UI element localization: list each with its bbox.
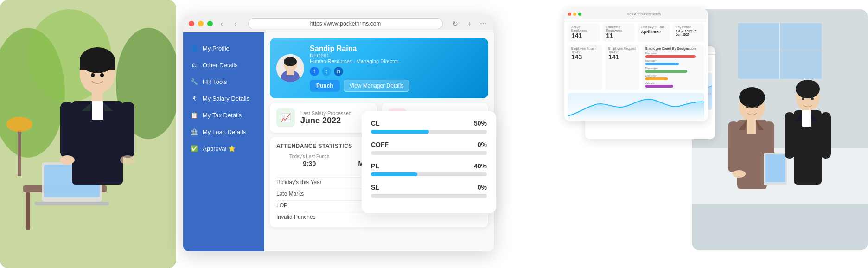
dash-label-payroll: Last Payroll Run [641,26,666,29]
approval-icon: ✅ [191,145,198,152]
leave-pct-coff: 0% [478,141,487,148]
sidebar-item-other[interactable]: 🗂 Other Details [183,57,264,73]
svg-rect-54 [821,112,831,159]
browser-back-btn[interactable]: ‹ [217,19,227,29]
browser-maximize-btn[interactable] [207,21,213,26]
sidebar-item-approval[interactable]: ✅ Approval ⭐ [183,140,264,157]
leave-bar-bg-cl [371,130,487,134]
svg-point-58 [811,97,814,100]
svg-rect-17 [60,102,74,158]
browser-titlebar: ‹ › https://www.pockethrms.com ↻ + ⋯ [183,15,494,32]
dash-stat-request: Employee Request Today 141 [605,45,639,90]
sidebar-label-loan: My Loan Details [203,128,246,135]
salary-icon: ₹ [191,95,198,102]
svg-rect-11 [80,60,115,70]
dash-value-franchise: 11 [606,32,632,39]
svg-point-21 [91,73,95,77]
dash-stat-payroll: Last Payroll Run April 2022 [638,23,670,42]
sidebar-item-loan[interactable]: 🏦 My Loan Details [183,123,264,140]
svg-rect-8 [35,202,109,205]
dash-dot-red [568,13,571,16]
svg-rect-12 [92,92,103,102]
browser-forward-btn[interactable]: › [230,19,241,29]
leave-bar-bg-coff [371,151,487,155]
att-list-invalid: Invalid Punches [276,212,482,222]
sidebar-item-profile[interactable]: 👤 My Profile [183,40,264,57]
svg-point-24 [6,117,32,132]
svg-rect-53 [785,112,795,159]
leave-header-sl: SL 0% [371,184,487,191]
salary-stat-icon: 📈 [276,108,295,127]
browser-url-bar[interactable]: https://www.pockethrms.com [248,18,443,29]
svg-point-56 [755,105,758,108]
sidebar-item-tax[interactable]: 📋 My Tax Details [183,107,264,123]
browser-minimize-btn[interactable] [198,21,204,26]
twitter-icon[interactable]: t [322,67,331,76]
leave-item-pl: PL 40% [371,162,487,176]
leave-pct-pl: 40% [474,162,487,170]
leave-item-coff: COFF 0% [371,141,487,155]
salary-stat-label: Last Salary Processed [300,110,351,116]
svg-point-57 [802,97,804,100]
tools-icon: 🔧 [191,78,198,85]
sidebar-label-hrtools: HR Tools [203,78,227,85]
svg-rect-39 [747,120,756,134]
linkedin-icon[interactable]: in [334,67,343,76]
svg-point-48 [796,80,820,98]
profile-name: Sandip Raina [310,45,482,53]
dash-designation-bars: Recruiter Manager Developer Designer [645,52,701,88]
sidebar-label-profile: My Profile [203,45,230,52]
svg-point-20 [120,155,135,165]
facebook-icon[interactable]: f [310,67,319,76]
leave-bar-fill-cl [371,130,429,134]
dash-stat-absent: Employee Absent Today 143 [568,45,602,90]
browser-refresh-btn[interactable]: ↻ [450,19,460,29]
avatar [276,54,304,82]
dash-bar-row-2: Manager [645,59,701,65]
svg-point-44 [733,170,746,178]
dash-title-text: Key Announcements [627,12,661,16]
dash-stat-row-2: Employee Absent Today 143 Employee Reque… [568,45,704,90]
dash-hbar-1 [645,55,696,58]
browser-menu-btn[interactable]: ⋯ [478,19,488,29]
svg-point-19 [60,155,75,165]
loan-icon: 🏦 [191,128,198,135]
svg-rect-14 [92,101,103,120]
dash-label-active: Active Employees [571,26,597,32]
svg-rect-46 [765,154,785,182]
profile-reg: REG001 [310,53,482,58]
view-manager-button[interactable]: View Manager Details [344,80,410,92]
browser-url-text: https://www.pockethrms.com [310,20,381,27]
browser-close-btn[interactable] [189,21,194,26]
sidebar-label-approval: Approval ⭐ [203,145,236,152]
svg-rect-35 [692,204,868,250]
dash-stat-franchise: Franchise Employees 11 [603,23,635,42]
sidebar-label-tax: My Tax Details [203,112,242,119]
dash-dot-green [578,13,581,16]
social-links: f t in [310,67,482,76]
leave-pct-sl: 0% [478,184,487,191]
svg-point-55 [746,105,749,108]
dash-stat-active: Active Employees 141 [568,23,600,42]
dash-bar-row-4: Designer [645,74,701,80]
dash-bar-row-1: Recruiter [645,52,701,58]
leave-bar-bg-sl [371,194,487,198]
leave-type-pl: PL [371,162,379,170]
dash-value-period: 1 Apr 2022 - 5 Jun 2022 [676,30,701,36]
att-value-0: 9:30 [276,160,342,167]
leave-panel: CL 50% COFF 0% PL 40% SL 0% [362,111,496,213]
sidebar-item-salary[interactable]: ₹ My Salary Details [183,90,264,107]
dash-stat-designation: Employee Count By Designation Recruiter … [642,45,704,90]
stat-card-salary: 📈 Last Salary Processed June 2022 [270,103,377,133]
dash-label-franchise: Franchise Employees [606,26,632,32]
dash-designation-title: Employee Count By Designation [645,47,701,50]
leave-type-coff: COFF [371,141,389,148]
browser-add-tab-btn[interactable]: + [464,19,474,29]
svg-rect-5 [26,192,30,230]
sidebar-item-hrtools[interactable]: 🔧 HR Tools [183,73,264,90]
svg-rect-23 [18,130,21,176]
left-photo-panel [0,0,176,268]
dash-value-absent: 143 [571,53,599,61]
dash-label-period: Pay Period [676,26,701,29]
punch-button[interactable]: Punch [310,80,340,92]
